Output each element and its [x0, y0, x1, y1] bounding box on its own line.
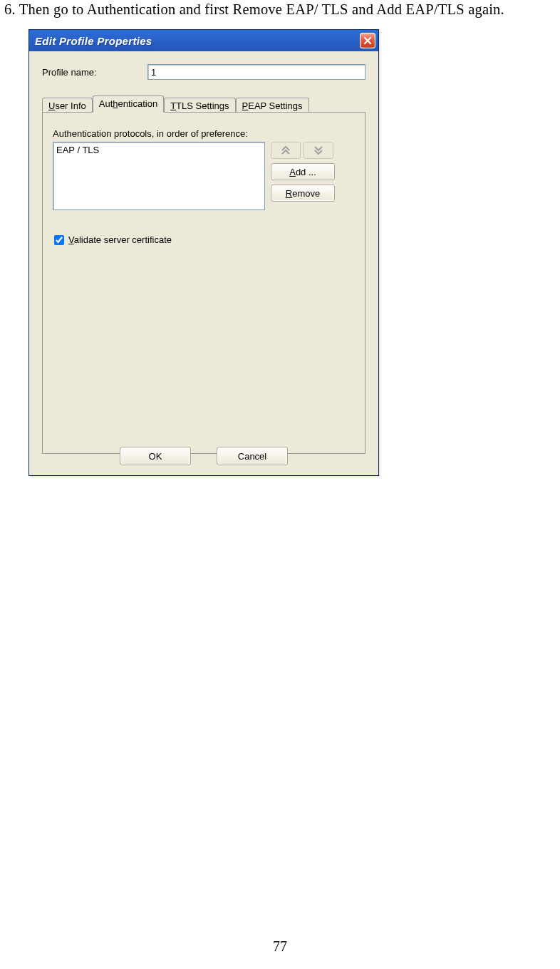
dialog-button-row: OK Cancel	[29, 447, 378, 465]
validate-cert-checkbox[interactable]	[54, 235, 64, 245]
validate-cert-label[interactable]: Validate server certificate	[68, 234, 172, 245]
remove-button-rest: emove	[292, 188, 320, 199]
auth-button-column: Add ... Remove	[271, 142, 335, 206]
auth-label-post: rder of preference:	[172, 128, 248, 139]
add-button-ul: A	[289, 167, 296, 177]
ok-button[interactable]: OK	[120, 447, 191, 465]
tabstrip: User Info Authentication TTLS Settings P…	[42, 95, 365, 113]
tab-auth-post: entication	[118, 98, 158, 109]
tab-peap-settings[interactable]: PEAP Settings	[236, 98, 309, 113]
remove-button[interactable]: Remove	[271, 185, 335, 202]
chevrons-down-icon	[313, 145, 324, 155]
validate-cert-ul: V	[68, 234, 74, 245]
tab-user-info-rest: ser Info	[55, 100, 85, 111]
tab-authentication[interactable]: Authentication	[93, 95, 164, 113]
profile-name-row: Profile name:	[42, 64, 365, 80]
close-button[interactable]	[360, 33, 375, 48]
add-button[interactable]: Add ...	[271, 163, 335, 180]
tab-ttls-ul: T	[170, 100, 176, 111]
profile-name-label: Profile name:	[42, 67, 147, 78]
dialog-client-area: Profile name: User Info Authentication T…	[29, 51, 378, 475]
move-buttons-row	[271, 142, 335, 159]
tab-auth-ul: h	[113, 98, 118, 109]
tab-auth-pre: Aut	[99, 98, 113, 109]
profile-name-input[interactable]	[147, 64, 365, 80]
auth-protocols-listbox[interactable]: EAP / TLS	[53, 142, 265, 210]
add-button-rest: dd ...	[296, 167, 316, 177]
auth-label-pre: Authentication protocols, in	[53, 128, 167, 139]
tab-panel-authentication: Authentication protocols, in order of pr…	[42, 112, 365, 454]
dialog-titlebar[interactable]: Edit Profile Properties	[29, 30, 378, 51]
list-item[interactable]: EAP / TLS	[56, 144, 261, 156]
close-icon	[363, 36, 372, 45]
chevrons-up-icon	[280, 145, 291, 155]
instruction-text: 6. Then go to Authentication and first R…	[4, 1, 504, 18]
page-number: 77	[0, 938, 560, 955]
cancel-button[interactable]: Cancel	[217, 447, 288, 465]
tab-ttls-settings[interactable]: TTLS Settings	[164, 98, 235, 113]
tab-user-info[interactable]: User Info	[42, 98, 93, 113]
edit-profile-dialog: Edit Profile Properties Profile name: Us…	[28, 29, 379, 476]
dialog-title: Edit Profile Properties	[35, 35, 152, 47]
validate-cert-row: Validate server certificate	[53, 234, 355, 245]
validate-cert-rest: alidate server certificate	[74, 234, 172, 245]
tab-ttls-post: TLS Settings	[176, 100, 229, 111]
tab-peap-post: EAP Settings	[248, 100, 302, 111]
move-up-button[interactable]	[271, 142, 301, 159]
remove-button-ul: R	[286, 188, 292, 199]
tab-peap-ul: P	[242, 100, 249, 111]
auth-label-ul: o	[167, 128, 172, 139]
move-down-button[interactable]	[304, 142, 333, 159]
tab-user-info-ul: U	[48, 100, 55, 111]
auth-protocols-label: Authentication protocols, in order of pr…	[53, 128, 355, 139]
auth-list-row: EAP / TLS	[53, 142, 355, 210]
